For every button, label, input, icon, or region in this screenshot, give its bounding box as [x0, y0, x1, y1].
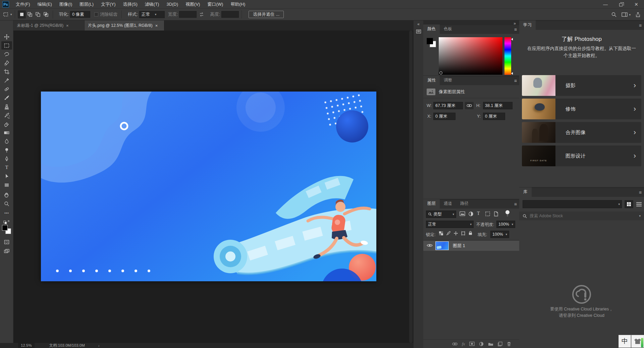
- layer-row[interactable]: 图层 1: [423, 241, 519, 251]
- layer-name[interactable]: 图层 1: [453, 243, 465, 249]
- document-canvas[interactable]: [41, 92, 376, 281]
- panel-menu-icon[interactable]: ≡: [514, 201, 517, 207]
- menu-item[interactable]: 窗口(W): [204, 0, 227, 9]
- x-value-field[interactable]: 0 厘米: [433, 113, 455, 120]
- zoom-level-field[interactable]: 12.5%: [18, 343, 35, 348]
- collapsed-panel-icon[interactable]: [414, 26, 423, 35]
- hue-slider[interactable]: [504, 37, 511, 75]
- lock-image-icon[interactable]: [446, 231, 451, 236]
- menu-item[interactable]: 编辑(E): [34, 0, 56, 9]
- panel-menu-icon[interactable]: ≡: [514, 78, 517, 83]
- opacity-value-select[interactable]: 100% ▾: [496, 221, 515, 228]
- edit-toolbar-ellipsis[interactable]: •••: [1, 209, 12, 217]
- learn-topic-card[interactable]: 合并图像 ›: [522, 122, 641, 143]
- menu-item[interactable]: 图层(L): [76, 0, 97, 9]
- history-brush-tool[interactable]: [1, 111, 12, 119]
- ime-language-button[interactable]: 中: [619, 335, 631, 348]
- layer-effects-fx-icon[interactable]: fx: [462, 341, 465, 347]
- lasso-tool[interactable]: [1, 50, 12, 58]
- link-dimensions-icon[interactable]: [465, 102, 474, 109]
- style-select[interactable]: 正常▾: [139, 11, 165, 18]
- minimize-button[interactable]: —: [598, 0, 613, 9]
- eyedropper-tool[interactable]: [1, 76, 12, 84]
- dodge-tool[interactable]: [1, 146, 12, 154]
- menu-item[interactable]: 文件(F): [12, 0, 34, 9]
- layer-thumbnail[interactable]: [435, 241, 449, 250]
- tab-learn[interactable]: 学习: [519, 20, 536, 30]
- eraser-tool[interactable]: [1, 120, 12, 128]
- y-value-field[interactable]: 0 厘米: [483, 113, 505, 120]
- tab-properties[interactable]: 属性: [423, 76, 440, 85]
- foreground-color-swatch[interactable]: [2, 225, 8, 231]
- layer-visibility-eye-icon[interactable]: [427, 243, 433, 248]
- menu-item[interactable]: 帮助(H): [227, 0, 249, 9]
- hue-marker-bottom[interactable]: [511, 72, 513, 75]
- link-layers-icon[interactable]: [452, 342, 458, 346]
- filter-shape-layers-icon[interactable]: [485, 211, 490, 217]
- layer-filter-type-select[interactable]: 类型 ▾: [426, 211, 456, 218]
- hue-marker-top[interactable]: [511, 38, 513, 41]
- blend-mode-select[interactable]: 正常 ▾: [426, 221, 474, 228]
- quick-selection-tool[interactable]: [1, 59, 12, 67]
- select-and-mask-button[interactable]: 选择并遮住 ...: [249, 11, 284, 18]
- saturation-brightness-field[interactable]: [439, 37, 502, 75]
- blur-tool[interactable]: [1, 137, 12, 146]
- move-tool[interactable]: [1, 33, 12, 41]
- menu-item[interactable]: 文字(Y): [97, 0, 119, 9]
- clone-stamp-tool[interactable]: [1, 102, 12, 111]
- filter-adjustment-layers-icon[interactable]: [468, 211, 474, 217]
- learn-topic-card[interactable]: 摄影 ›: [522, 75, 641, 96]
- close-tab-icon[interactable]: ×: [155, 23, 158, 28]
- filter-pixel-layers-icon[interactable]: [460, 211, 465, 216]
- new-selection-button[interactable]: [18, 10, 26, 18]
- menu-item[interactable]: 选择(S): [119, 0, 141, 9]
- lock-transparency-icon[interactable]: [439, 231, 443, 236]
- foreground-background-swatches[interactable]: [2, 225, 11, 234]
- lock-artboard-icon[interactable]: [461, 231, 466, 236]
- adjustment-layer-icon[interactable]: [479, 342, 484, 346]
- tab-libraries[interactable]: 库: [519, 187, 532, 197]
- spot-healing-brush-tool[interactable]: [1, 85, 12, 93]
- rectangle-tool[interactable]: [1, 181, 12, 189]
- canvas-pasteboard[interactable]: [13, 31, 413, 343]
- lock-position-icon[interactable]: [453, 231, 458, 236]
- menu-item[interactable]: 滤镜(T): [141, 0, 163, 9]
- menu-item[interactable]: 视图(V): [182, 0, 204, 9]
- width-value-field[interactable]: 67.73 厘米: [433, 102, 463, 109]
- canvas-vertical-scrollbar[interactable]: [409, 31, 413, 343]
- tab-color[interactable]: 颜色: [423, 24, 440, 34]
- pen-tool[interactable]: [1, 155, 12, 163]
- delete-layer-trash-icon[interactable]: [507, 342, 511, 346]
- document-tab-inactive[interactable]: 未标题-1 @ 25%(RGB/8) ×: [13, 20, 85, 31]
- learn-topic-card[interactable]: FIRST DATE 图形设计 ›: [522, 146, 641, 166]
- type-tool[interactable]: T: [1, 163, 12, 172]
- rectangular-marquee-tool[interactable]: [1, 41, 12, 50]
- antialias-checkbox[interactable]: [94, 12, 98, 16]
- intersect-selection-button[interactable]: [42, 10, 50, 18]
- filter-smart-objects-icon[interactable]: [494, 211, 498, 217]
- foreground-color-swatch[interactable]: [427, 38, 433, 44]
- tab-layers[interactable]: 图层: [423, 199, 440, 209]
- panel-menu-icon[interactable]: ≡: [639, 190, 641, 195]
- width-input[interactable]: [179, 11, 197, 18]
- new-layer-icon[interactable]: [498, 342, 502, 346]
- screen-mode-button[interactable]: [1, 247, 12, 255]
- search-icon[interactable]: [611, 12, 617, 17]
- add-to-selection-button[interactable]: [26, 10, 34, 18]
- crop-tool[interactable]: [1, 67, 12, 76]
- status-expand-icon[interactable]: ›: [98, 344, 100, 348]
- height-value-field[interactable]: 38.1 厘米: [483, 102, 513, 109]
- subtract-selection-button[interactable]: [34, 10, 42, 18]
- expand-panels-icon[interactable]: «: [417, 22, 420, 26]
- path-selection-tool[interactable]: [1, 172, 12, 180]
- menu-item[interactable]: 图像(I): [56, 0, 76, 9]
- workspace-switcher[interactable]: ▾: [622, 12, 631, 17]
- tool-preset[interactable]: ▾: [3, 11, 12, 17]
- menu-item[interactable]: 3D(D): [163, 0, 182, 9]
- library-select[interactable]: ▾: [523, 200, 622, 208]
- quick-mask-button[interactable]: [1, 238, 12, 246]
- fill-value-select[interactable]: 100% ▾: [490, 231, 509, 238]
- tab-adjustments[interactable]: 调整: [440, 76, 456, 85]
- tab-paths[interactable]: 路径: [456, 199, 473, 209]
- tab-channels[interactable]: 通道: [440, 199, 456, 209]
